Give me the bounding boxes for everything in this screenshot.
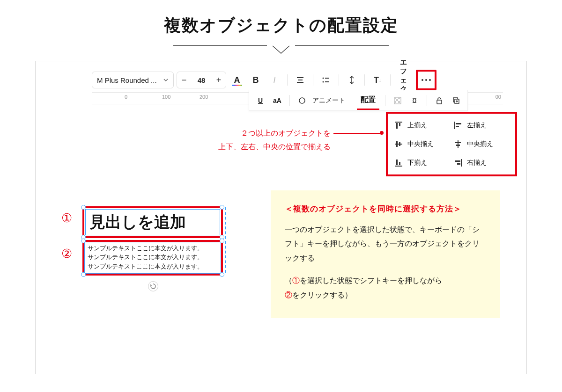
text-color-button[interactable]: A: [229, 72, 245, 88]
svg-rect-25: [456, 126, 459, 127]
page-title: 複数オブジェクトの配置設定: [0, 14, 562, 37]
align-middle-label: 中央揃え: [407, 140, 434, 148]
annotation-connector: [333, 133, 380, 134]
headline-object[interactable]: 見出しを追加: [82, 206, 223, 238]
title-divider: [173, 45, 389, 57]
animate-button[interactable]: アニメート: [312, 96, 345, 105]
link-button[interactable]: [408, 94, 421, 107]
svg-rect-22: [399, 123, 400, 126]
align-bottom-icon: [394, 159, 403, 167]
font-size-minus[interactable]: −: [177, 72, 191, 88]
screenshot-frame: M Plus Rounded ... − 48 + A B I T↓ エフェクト: [35, 61, 527, 374]
annotation-text: ２つ以上のオブジェクトを 上下、左右、中央の位置で揃える: [153, 127, 331, 154]
align-center-label: 中央揃え: [467, 140, 493, 148]
list-button[interactable]: [318, 72, 334, 88]
svg-rect-24: [456, 123, 461, 124]
svg-rect-34: [399, 162, 400, 165]
more-button[interactable]: [416, 70, 436, 90]
align-top-label: 上揃え: [407, 121, 427, 130]
text-color-a: A: [234, 75, 240, 85]
ruler-tick: 0: [125, 94, 127, 100]
effects-button[interactable]: エフェクト: [395, 72, 411, 88]
svg-rect-11: [398, 97, 400, 99]
svg-rect-13: [394, 101, 396, 103]
font-size-value[interactable]: 48: [191, 76, 212, 84]
font-size-plus[interactable]: +: [212, 72, 226, 88]
align-left-button[interactable]: 左揃え: [454, 121, 509, 130]
annotation-dot: [380, 131, 384, 135]
overflow-toolbar: U aA アニメート 配置: [249, 90, 468, 111]
svg-rect-27: [396, 141, 398, 147]
align-top-icon: [394, 121, 403, 130]
align-bottom-button[interactable]: 下揃え: [394, 159, 449, 167]
svg-rect-30: [455, 142, 461, 143]
align-left-icon: [454, 121, 462, 130]
body-text: サンプルテキストここに本文が入ります。 サンプルテキストここに本文が入ります。 …: [84, 242, 221, 274]
ruler-tick: 100: [162, 94, 170, 100]
align-middle-button[interactable]: 中央揃え: [394, 140, 449, 148]
marker-two: ②: [61, 247, 72, 261]
svg-point-3: [323, 78, 324, 79]
info-heading: ＜複数のオブジェクトを同時に選択する方法＞: [285, 203, 486, 214]
align-middle-icon: [394, 140, 403, 148]
svg-rect-28: [399, 142, 400, 146]
chevron-down-icon: [163, 76, 169, 84]
svg-rect-15: [437, 100, 442, 104]
rotate-handle[interactable]: [148, 281, 158, 291]
bold-button[interactable]: B: [248, 72, 264, 88]
position-button[interactable]: 配置: [357, 91, 379, 110]
align-right-label: 右揃え: [467, 159, 487, 167]
ruler-tick: 00: [495, 94, 501, 100]
align-center-button[interactable]: 中央揃え: [454, 140, 509, 148]
font-size-stepper: − 48 +: [177, 72, 226, 88]
body-object[interactable]: サンプルテキストここに本文が入ります。 サンプルテキストここに本文が入ります。 …: [82, 240, 223, 276]
spacing-button[interactable]: [344, 72, 360, 88]
align-left-label: 左揃え: [467, 121, 487, 130]
info-body: 一つのオブジェクトを選択した状態で、キーボードの「シフト」キーを押しながら、もう…: [285, 223, 486, 265]
align-top-button[interactable]: 上揃え: [394, 121, 449, 130]
svg-rect-21: [396, 123, 398, 129]
ruler-tick: 200: [200, 94, 208, 100]
info-box: ＜複数のオブジェクトを同時に選択する方法＞ 一つのオブジェクトを選択した状態で、…: [271, 190, 500, 318]
svg-rect-31: [456, 145, 460, 146]
alignment-popup: 上揃え 左揃え 中央揃え 中央揃え 下揃え 右揃え: [386, 112, 517, 176]
animate-icon: [296, 94, 309, 107]
svg-point-8: [299, 98, 305, 103]
svg-rect-37: [457, 163, 460, 165]
align-right-button[interactable]: 右揃え: [454, 159, 509, 167]
lock-button[interactable]: [433, 94, 446, 107]
align-button[interactable]: [292, 72, 308, 88]
dots-icon: [422, 79, 431, 81]
align-center-icon: [454, 140, 462, 148]
alignment-guide: [225, 207, 226, 273]
marker-one: ①: [61, 211, 72, 225]
copy-button[interactable]: [450, 94, 463, 107]
svg-rect-33: [396, 160, 398, 165]
caret-down-icon: [272, 45, 290, 55]
info-note: （①を選択した状態でシフトキーを押しながら ②をクリックする）: [285, 274, 486, 302]
font-name: M Plus Rounded ...: [97, 76, 157, 84]
headline-text: 見出しを追加: [85, 209, 220, 235]
italic-button[interactable]: I: [266, 72, 282, 88]
svg-rect-14: [398, 101, 400, 103]
svg-rect-12: [396, 99, 398, 101]
underline-button[interactable]: U: [254, 94, 267, 107]
vertical-text-button[interactable]: T↓: [370, 72, 385, 88]
font-select[interactable]: M Plus Rounded ...: [92, 72, 174, 88]
uppercase-button[interactable]: aA: [271, 94, 284, 107]
svg-point-5: [323, 81, 324, 83]
align-right-icon: [454, 159, 462, 167]
align-bottom-label: 下揃え: [407, 159, 427, 167]
svg-rect-36: [455, 160, 460, 162]
transparency-button[interactable]: [391, 94, 404, 107]
rotate-icon: [150, 283, 156, 290]
svg-rect-10: [394, 97, 396, 99]
text-toolbar: M Plus Rounded ... − 48 + A B I T↓ エフェクト: [92, 71, 436, 89]
